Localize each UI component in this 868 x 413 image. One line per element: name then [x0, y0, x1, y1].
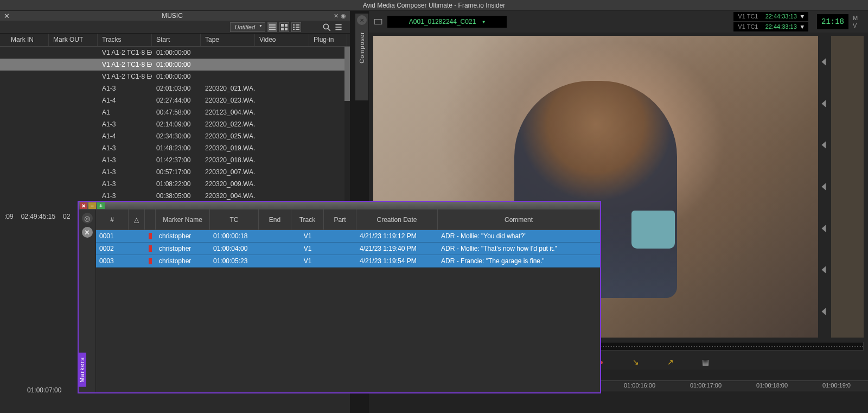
markers-target-icon[interactable]: ◎	[82, 213, 93, 224]
col-video[interactable]: Video	[255, 34, 309, 46]
mh-track[interactable]: Track	[291, 209, 324, 230]
cell-start: 01:00:00:00	[152, 73, 201, 80]
markers-titlebar[interactable]: ✕ – +	[79, 202, 600, 209]
col-plugin[interactable]: Plug-in	[309, 34, 347, 46]
list-view-button[interactable]	[267, 22, 277, 32]
composer-tab-close-icon[interactable]: ✕	[357, 15, 367, 25]
col-markout[interactable]: Mark OUT	[49, 34, 98, 46]
frame-view-button[interactable]	[279, 22, 289, 32]
cell-tracks: A1-3	[98, 180, 152, 188]
markers-sidebar: ◎ ✕ Markers	[79, 209, 96, 392]
bin-row[interactable]: A1-302:01:03:00220320_021.WA...	[0, 82, 350, 94]
marker-row[interactable]: 0001christopher01:00:00:18V14/21/23 1:19…	[96, 230, 600, 243]
ruler-tick: 01:00:18:00	[756, 382, 788, 389]
composer-tab-label[interactable]: Composer	[359, 28, 365, 67]
bin-row[interactable]: A1-302:14:09:00220320_022.WA...	[0, 118, 350, 130]
bin-header: ✕ MUSIC ✕ ◉	[0, 11, 350, 21]
bin-view-dropdown[interactable]: Untitled	[230, 22, 265, 32]
window-maximize-button[interactable]: +	[97, 202, 105, 209]
record-monitor-edge[interactable]	[831, 36, 864, 338]
toggle-source-icon[interactable]	[373, 17, 383, 27]
bin-row[interactable]: A1-300:38:05:00220320_004.WA...	[0, 190, 350, 202]
mc-name: christopher	[156, 257, 210, 265]
nav-arrow-icon[interactable]	[819, 99, 829, 109]
ruler-tick: 01:00:16:00	[624, 382, 655, 389]
clip-name-dropdown[interactable]: A001_01282244_C021	[387, 16, 507, 28]
mh-end[interactable]: End	[259, 209, 291, 230]
cell-tape: 220320_009.WA...	[201, 180, 255, 188]
mh-comment[interactable]: Comment	[438, 209, 600, 230]
bin-row[interactable]: V1 A1-2 TC1-8 EC101:00:00:00	[0, 47, 350, 59]
bin-header-close-icon[interactable]: ✕	[334, 12, 339, 20]
mh-cdate[interactable]: Creation Date	[356, 209, 438, 230]
nav-arrow-icon[interactable]	[819, 265, 829, 275]
lower-tc-c: 02	[63, 213, 70, 220]
right-label-stack: M V	[853, 14, 864, 30]
mh-sort-icon[interactable]: △	[129, 209, 145, 230]
splice-button[interactable]: ↘	[629, 357, 642, 367]
cell-tracks: A1-3	[98, 192, 152, 200]
col-start[interactable]: Start	[152, 34, 201, 46]
bin-header-gear-icon[interactable]: ◉	[341, 12, 346, 20]
col-tape[interactable]: Tape	[201, 34, 255, 46]
menu-icon[interactable]	[334, 22, 343, 32]
app-titlebar: Avid Media Composer Ultimate - Frame.io …	[0, 0, 868, 11]
timeline-left-tc: 01:00:07:00	[27, 386, 61, 394]
marker-row[interactable]: 0003christopher01:00:05:23V14/21/23 1:19…	[96, 255, 600, 268]
bin-row[interactable]: A1-402:27:44:00220320_023.WA...	[0, 94, 350, 106]
markers-tab-label[interactable]: Markers	[79, 353, 86, 387]
nav-arrow-icon[interactable]	[819, 224, 829, 233]
bin-row[interactable]: V1 A1-2 TC1-8 EC101:00:00:00	[0, 71, 350, 82]
markers-panel[interactable]: ✕ – + ◎ ✕ Markers # △ Marker Name TC End…	[78, 201, 601, 393]
monitor-nav-arrows	[819, 36, 830, 338]
mh-color[interactable]	[145, 209, 156, 230]
col-markin[interactable]: Mark IN	[0, 34, 49, 46]
cell-tracks: A1-3	[98, 120, 152, 128]
markers-delete-icon[interactable]: ✕	[82, 227, 93, 238]
nav-arrow-icon[interactable]	[819, 307, 829, 316]
search-icon[interactable]	[322, 22, 331, 32]
bin-scrollbar-thumb[interactable]	[344, 47, 350, 101]
cell-tracks: A1-4	[98, 97, 152, 104]
mh-name[interactable]: Marker Name	[156, 209, 210, 230]
mh-tc[interactable]: TC	[210, 209, 259, 230]
cell-tracks: V1 A1-2 TC1-8 EC1	[98, 73, 152, 80]
mh-num[interactable]: #	[96, 209, 129, 230]
nav-arrow-icon[interactable]	[819, 140, 829, 150]
mc-name: christopher	[156, 232, 210, 240]
bin-column-headers[interactable]: Mark IN Mark OUT Tracks Start Tape Video…	[0, 34, 350, 47]
tc2-box[interactable]: V1 TC1 22:44:33:13 ▼	[733, 22, 808, 31]
bin-row[interactable]: A1-301:42:37:00220320_018.WA...	[0, 154, 350, 166]
cell-tracks: V1 A1-2 TC1-8 EC1	[98, 61, 152, 68]
bin-scrollbar[interactable]	[344, 47, 350, 204]
nav-arrow-icon[interactable]	[819, 182, 829, 192]
bin-row[interactable]: A1-402:34:30:00220320_025.WA...	[0, 130, 350, 142]
markers-column-headers[interactable]: # △ Marker Name TC End Track Part Creati…	[96, 209, 600, 230]
overwrite-button[interactable]: ↗	[664, 357, 677, 367]
cell-tape: 220320_023.WA...	[201, 97, 255, 104]
col-tracks[interactable]: Tracks	[98, 34, 152, 46]
bin-row[interactable]: A1-301:48:23:00220320_019.WA...	[0, 142, 350, 154]
mc-num: 0003	[96, 257, 129, 265]
bin-row[interactable]: A1-300:57:17:00220320_007.WA...	[0, 166, 350, 178]
mc-name: christopher	[156, 245, 210, 252]
mh-part[interactable]: Part	[324, 209, 356, 230]
nav-arrow-icon[interactable]	[819, 57, 829, 67]
cell-start: 00:38:05:00	[152, 192, 201, 200]
markers-body[interactable]: 0001christopher01:00:00:18V14/21/23 1:19…	[96, 230, 600, 268]
tc-duration[interactable]: 21:18	[817, 14, 848, 29]
marker-color-icon	[145, 233, 156, 239]
tc1-box[interactable]: V1 TC1 22:44:33:13 ▼	[733, 12, 808, 21]
mc-comment: ADR - Mollie: "That's now how I'd put it…	[438, 245, 600, 252]
grid-button[interactable]: ▦	[699, 357, 712, 367]
svg-rect-1	[269, 27, 276, 28]
marker-row[interactable]: 0002christopher01:00:04:00V14/21/23 1:19…	[96, 243, 600, 255]
bin-close-button[interactable]: ✕	[2, 11, 11, 20]
window-minimize-button[interactable]: –	[88, 202, 96, 209]
bin-row[interactable]: A1-301:08:22:00220320_009.WA...	[0, 178, 350, 190]
bin-row[interactable]: V1 A1-2 TC1-8 EC101:00:00:00	[0, 59, 350, 71]
script-view-button[interactable]	[291, 22, 301, 32]
bin-row[interactable]: A100:47:58:00220123_004.WA...	[0, 106, 350, 118]
svg-rect-11	[293, 29, 295, 30]
window-close-button[interactable]: ✕	[80, 202, 87, 209]
